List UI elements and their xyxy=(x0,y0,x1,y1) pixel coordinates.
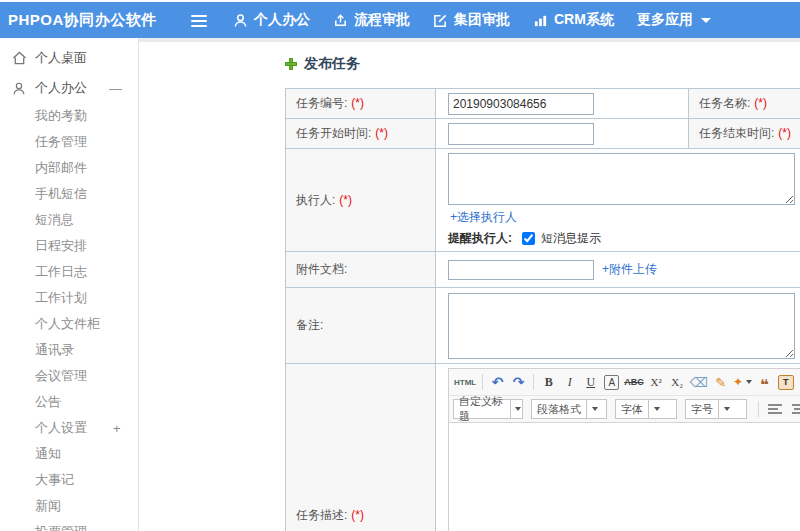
top-header: PHPOA协同办公软件 个人办公 流程审批 集团审批 xyxy=(0,2,800,38)
sidebar-item-address-book[interactable]: 通讯录 xyxy=(0,337,138,363)
undo-icon[interactable]: ↶ xyxy=(488,372,507,392)
executor-label: 执行人:(*) xyxy=(286,149,436,252)
char-border-button[interactable]: A xyxy=(604,375,619,390)
attachment-upload-link[interactable]: +附件上传 xyxy=(602,261,657,278)
autoformat-wand-icon[interactable]: ✦ xyxy=(732,372,753,392)
remind-executor-label: 提醒执行人: xyxy=(448,230,512,247)
workflow-icon xyxy=(333,13,348,28)
bar-chart-icon xyxy=(533,13,548,28)
top-nav: 个人办公 流程审批 集团审批 CRM系统 更多应用 xyxy=(233,2,711,38)
sidebar-item-meeting-management[interactable]: 会议管理 xyxy=(0,363,138,389)
sidebar-item-file-cabinet[interactable]: 个人文件柜 xyxy=(0,311,138,337)
sidebar-item-short-message[interactable]: 短消息 xyxy=(0,207,138,233)
table-row: 备注: xyxy=(286,288,800,364)
sidebar-item-vote-management[interactable]: 投票管理 xyxy=(0,519,138,531)
caret-down-icon xyxy=(515,407,521,411)
sms-remind-checkbox[interactable] xyxy=(522,232,535,245)
end-time-label: 任务结束时间:(*) xyxy=(689,119,800,149)
redo-icon[interactable]: ↷ xyxy=(509,372,528,392)
blockquote-icon[interactable]: ❝ xyxy=(755,372,774,392)
nav-group-approval[interactable]: 集团审批 xyxy=(433,2,510,38)
attachment-label: 附件文档: xyxy=(286,252,436,288)
table-row: 附件文档: +附件上传 xyxy=(286,252,800,288)
page-title: 发布任务 xyxy=(285,55,360,73)
start-time-input[interactable] xyxy=(448,123,594,145)
main-content: 发布任务 任务编号:(*) 任务名称:(*) 任务开始时间:(*) xyxy=(139,38,800,531)
sidebar-item-work-plan[interactable]: 工作计划 xyxy=(0,285,138,311)
task-name-label: 任务名称:(*) xyxy=(689,89,800,119)
caret-down-icon xyxy=(701,18,711,23)
sms-remind-option-label: 短消息提示 xyxy=(541,230,601,247)
publish-task-form: 任务编号:(*) 任务名称:(*) 任务开始时间:(*) 任务结束时 xyxy=(285,88,800,531)
collapse-icon[interactable]: — xyxy=(109,81,122,96)
sidebar-item-major-events[interactable]: 大事记 xyxy=(0,467,138,493)
sidebar-item-personal-desktop[interactable]: 个人桌面 xyxy=(0,43,138,73)
subscript-button[interactable]: X₂ xyxy=(668,372,687,392)
align-left-icon[interactable] xyxy=(768,403,782,415)
caret-down-icon xyxy=(592,407,598,411)
nav-personal-office[interactable]: 个人办公 xyxy=(233,2,310,38)
sidebar-item-news[interactable]: 新闻 xyxy=(0,493,138,519)
paragraph-format-select[interactable]: 段落格式 xyxy=(531,399,607,419)
sidebar-item-task-management[interactable]: 任务管理 xyxy=(0,129,138,155)
paste-text-icon[interactable]: T xyxy=(776,372,795,392)
sidebar-item-personal-office[interactable]: 个人办公 — xyxy=(0,73,138,103)
choose-executor-link[interactable]: +选择执行人 xyxy=(450,209,517,226)
font-family-select[interactable]: 字体 xyxy=(615,399,677,419)
italic-button[interactable]: I xyxy=(560,372,579,392)
sidebar-item-work-log[interactable]: 工作日志 xyxy=(0,259,138,285)
sidebar-item-schedule[interactable]: 日程安排 xyxy=(0,233,138,259)
nav-more-apps[interactable]: 更多应用 xyxy=(637,2,711,38)
sidebar-item-notification[interactable]: 通知 xyxy=(0,441,138,467)
rich-text-editor: HTML ↶ ↷ B I U A ABC X² X₂ ⌫ xyxy=(448,368,800,531)
remark-label: 备注: xyxy=(286,288,436,364)
underline-button[interactable]: U xyxy=(581,372,600,392)
attachment-input[interactable] xyxy=(448,260,594,280)
menu-toggle-icon[interactable] xyxy=(191,12,208,28)
task-number-input[interactable] xyxy=(448,93,594,115)
strikethrough-button[interactable]: ABC xyxy=(623,372,645,392)
sidebar-item-mobile-sms[interactable]: 手机短信 xyxy=(0,181,138,207)
home-icon xyxy=(12,51,28,65)
table-row: 任务描述:(*) HTML ↶ ↷ B I U A xyxy=(286,364,800,531)
sidebar-item-personal-settings[interactable]: 个人设置 + xyxy=(0,415,138,441)
start-time-label: 任务开始时间:(*) xyxy=(286,119,436,149)
table-row: 任务编号:(*) 任务名称:(*) xyxy=(286,89,800,119)
app-window: PHPOA协同办公软件 个人办公 流程审批 集团审批 xyxy=(0,0,800,531)
task-number-label: 任务编号:(*) xyxy=(286,89,436,119)
app-logo: PHPOA协同办公软件 xyxy=(8,2,157,38)
editor-content-area[interactable] xyxy=(449,423,800,531)
executor-textarea[interactable] xyxy=(448,153,795,205)
edit-square-icon xyxy=(433,13,448,28)
caret-down-icon xyxy=(746,380,752,384)
heading-select[interactable]: 自定义标题 xyxy=(453,399,523,419)
sidebar-item-my-attendance[interactable]: 我的考勤 xyxy=(0,103,138,129)
nav-workflow-approval[interactable]: 流程审批 xyxy=(333,2,410,38)
expand-icon[interactable]: + xyxy=(113,421,121,436)
editor-toolbar-row2: 自定义标题 段落格式 字体 xyxy=(449,396,800,423)
table-row: 任务开始时间:(*) 任务结束时间:(*) xyxy=(286,119,800,149)
editor-toolbar-row1: HTML ↶ ↷ B I U A ABC X² X₂ ⌫ xyxy=(449,369,800,396)
remark-textarea[interactable] xyxy=(448,293,795,359)
table-row: 执行人:(*) +选择执行人 提醒执行人: 短消息提示 xyxy=(286,149,800,252)
sidebar: 个人桌面 个人办公 — 我的考勤 任务管理 内部邮件 手机短信 短消息 日程安排… xyxy=(0,38,139,531)
user-icon xyxy=(12,81,28,96)
format-brush-icon[interactable]: ✎ xyxy=(711,372,730,392)
task-description-label: 任务描述:(*) xyxy=(286,364,436,531)
sidebar-item-announcement[interactable]: 公告 xyxy=(0,389,138,415)
html-source-button[interactable]: HTML xyxy=(453,372,477,392)
align-center-icon[interactable] xyxy=(792,403,800,415)
font-size-select[interactable]: 字号 xyxy=(685,399,747,419)
nav-crm[interactable]: CRM系统 xyxy=(533,2,614,38)
bold-button[interactable]: B xyxy=(539,372,558,392)
eraser-icon[interactable]: ⌫ xyxy=(689,372,709,392)
superscript-button[interactable]: X² xyxy=(647,372,666,392)
person-icon xyxy=(233,13,248,28)
add-plus-icon xyxy=(285,58,297,70)
caret-down-icon xyxy=(724,407,730,411)
sidebar-item-internal-mail[interactable]: 内部邮件 xyxy=(0,155,138,181)
caret-down-icon xyxy=(654,407,660,411)
